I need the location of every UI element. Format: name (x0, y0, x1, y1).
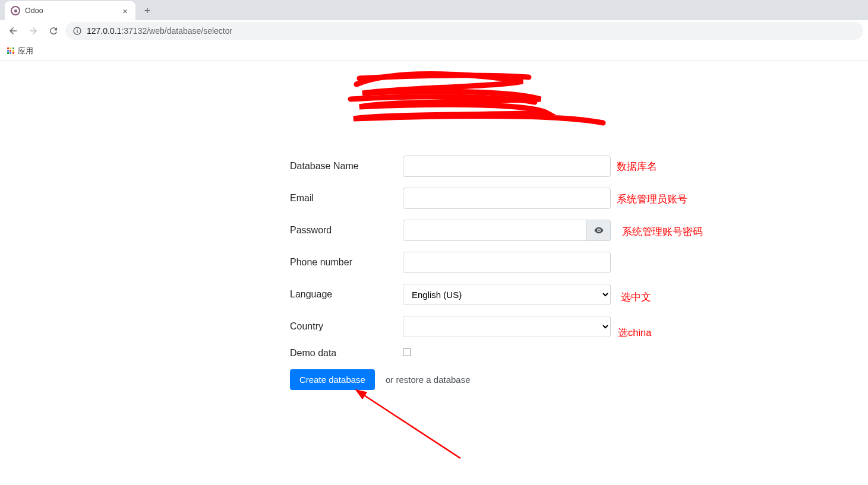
annotation-arrow (353, 387, 472, 464)
annotation-db-name: 数据库名 (617, 160, 657, 173)
database-name-label: Database Name (290, 161, 403, 172)
bookmark-apps-label[interactable]: 应用 (18, 46, 33, 56)
toggle-password-visibility[interactable] (587, 220, 611, 241)
tab-favicon-odoo-icon (11, 6, 20, 15)
demo-data-label: Demo data (290, 348, 403, 359)
annotation-language: 选中文 (621, 291, 651, 304)
browser-tab[interactable]: Odoo × (5, 1, 135, 20)
country-select[interactable] (403, 316, 611, 337)
create-database-button[interactable]: Create database (290, 369, 375, 390)
arrow-left-icon (8, 26, 18, 36)
back-button[interactable] (5, 23, 21, 39)
svg-line-3 (362, 394, 460, 458)
language-select[interactable]: English (US) (403, 284, 611, 305)
phone-label: Phone number (290, 257, 403, 268)
site-info-icon[interactable] (72, 26, 82, 36)
tab-strip: Odoo × + (0, 0, 868, 20)
forward-button[interactable] (25, 23, 42, 39)
svg-rect-1 (77, 30, 77, 33)
tab-title: Odoo (25, 7, 43, 15)
redaction-scribble (345, 66, 612, 138)
address-bar: 127.0.0.1:37132/web/database/selector (0, 20, 868, 42)
country-label: Country (290, 321, 403, 332)
arrow-right-icon (28, 26, 39, 36)
email-input[interactable] (403, 188, 611, 209)
new-tab-button[interactable]: + (139, 2, 156, 19)
apps-icon[interactable] (7, 47, 14, 55)
reload-button[interactable] (45, 23, 62, 39)
password-input[interactable] (403, 220, 587, 241)
demo-data-checkbox[interactable] (403, 348, 411, 356)
page-content: Database Name Email Password Phone numbe… (0, 61, 868, 390)
close-tab-icon[interactable]: × (121, 6, 130, 16)
url-text: 127.0.0.1:37132/web/database/selector (87, 26, 232, 36)
database-name-input[interactable] (403, 156, 611, 177)
password-label: Password (290, 225, 403, 236)
language-label: Language (290, 289, 403, 300)
phone-input[interactable] (403, 252, 611, 273)
email-label: Email (290, 193, 403, 204)
annotation-password: 系统管理账号密码 (622, 226, 703, 239)
create-database-form: Database Name Email Password Phone numbe… (290, 156, 611, 390)
browser-chrome: Odoo × + 127.0.0.1:37132/web/database/se… (0, 0, 868, 61)
bookmark-bar: 应用 (0, 42, 868, 61)
annotation-country: 选china (618, 326, 651, 340)
restore-database-link[interactable]: or restore a database (386, 375, 471, 385)
annotation-email: 系统管理员账号 (617, 193, 687, 206)
reload-icon (48, 26, 59, 36)
eye-icon (594, 225, 604, 236)
url-box[interactable]: 127.0.0.1:37132/web/database/selector (65, 22, 863, 40)
svg-rect-2 (77, 28, 77, 29)
